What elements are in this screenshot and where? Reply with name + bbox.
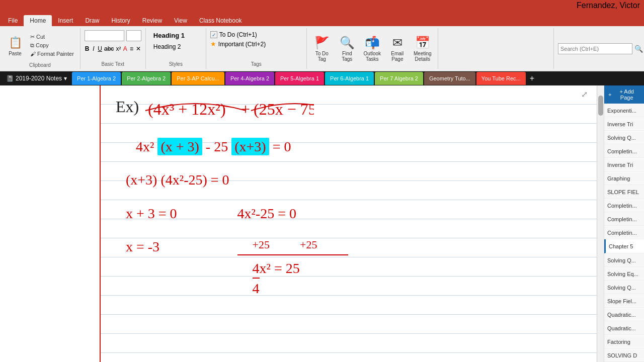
page-item-solving-q-1[interactable]: Solving Q... (604, 131, 644, 144)
tab-per4[interactable]: Per 4-Algebra 2 (225, 72, 274, 85)
page-item-completing-4[interactable]: Completin... (604, 226, 644, 239)
clear-format-button[interactable]: ✕ (135, 43, 141, 54)
math-plus25-right: +25 (300, 238, 317, 252)
math-two-column: x + 3 = 0 x = -3 4x²-25 = 0 +25 +25 4x² … (126, 205, 582, 298)
cut-button[interactable]: ✂ Cut (28, 33, 76, 41)
action-buttons-group: 🚩 To DoTag 🔍 FindTags 📬 OutlookTasks ✉ E… (307, 28, 438, 69)
add-page-button[interactable]: + + Add Page (604, 85, 644, 104)
italic-button[interactable]: I (91, 43, 97, 54)
page-item-slope-field-2[interactable]: Slope Fiel... (604, 294, 644, 308)
align-button[interactable]: ≡ (129, 43, 134, 54)
important-tag-row[interactable]: ★ Important (Ctrl+2) (210, 39, 302, 49)
copy-button[interactable]: ⧉ Copy (28, 42, 76, 49)
left-margin (0, 85, 101, 362)
tab-draw[interactable]: Draw (79, 15, 105, 26)
svg-text:(4x³ + 12x²): (4x³ + 12x²) (148, 100, 226, 118)
tab-history[interactable]: History (105, 15, 136, 26)
basic-text-group: B I U abc x² A ≡ ✕ Basic Text (80, 28, 146, 69)
heading1-style[interactable]: Heading 1 (150, 30, 202, 41)
page-item-solving-eq[interactable]: Solving Eq... (604, 267, 644, 281)
tab-yt[interactable]: You Tube Rec... (476, 72, 526, 85)
todo-tag-button[interactable]: 🚩 To DoTag (311, 36, 333, 62)
tab-per2[interactable]: Per 2-Algebra 2 (122, 72, 171, 85)
ribbon: 📋 Paste ✂ Cut ⧉ Copy 🖌 Format Painter Cl… (0, 26, 644, 71)
tab-per3[interactable]: Per 3-AP Calcu... (172, 72, 224, 85)
font-size-selector[interactable] (126, 30, 141, 41)
format-painter-button[interactable]: 🖌 Format Painter (28, 50, 76, 57)
notebook-bar: 📓 2019-2020 Notes ▾ Per 1-Algebra 2 Per … (0, 71, 644, 85)
math-plus25-left: +25 (253, 238, 270, 252)
math-line-x-equals: x = -3 (126, 238, 177, 256)
tab-review[interactable]: Review (136, 15, 168, 26)
tab-home[interactable]: Home (24, 15, 52, 26)
flag-icon: 🚩 (314, 36, 330, 50)
paste-button[interactable]: 📋 Paste (4, 30, 26, 60)
clipboard-content: 📋 Paste ✂ Cut ⧉ Copy 🖌 Format Painter (4, 29, 76, 61)
notebook-chevron-icon: ▾ (64, 75, 67, 82)
todo-checkbox[interactable]: ✓ (210, 31, 217, 38)
basic-text-label: Basic Text (85, 61, 141, 67)
page-item-slope-field-1[interactable]: SLOPE FIEL (604, 185, 644, 199)
notebook-home[interactable]: 📓 2019-2020 Notes ▾ (2, 75, 71, 82)
page-item-solving-d[interactable]: SOLVING D (604, 348, 644, 362)
page-item-completing-2[interactable]: Completin... (604, 199, 644, 212)
page-item-solving-q-2[interactable]: Solving Q... (604, 253, 644, 267)
todo-tag-row[interactable]: ✓ To Do (Ctrl+1) (210, 30, 302, 39)
strikethrough-button[interactable]: abc (104, 43, 114, 54)
math-factor2-highlight: (x+3) (231, 138, 269, 155)
meeting-details-button[interactable]: 📅 MeetingDetails (412, 36, 434, 62)
tab-insert[interactable]: Insert (52, 15, 79, 26)
content-area[interactable]: ⤢ Ex) (4x³ + 12x²) + (25x − 75) = 0 (101, 85, 597, 362)
outlook-icon: 📬 (365, 36, 380, 50)
tab-per5[interactable]: Per 5-Algebra 1 (275, 72, 324, 85)
scrollbar[interactable] (597, 85, 604, 362)
tab-per6[interactable]: Per 6-Algebra 1 (325, 72, 374, 85)
page-item-completing-1[interactable]: Completin... (604, 144, 644, 158)
page-item-quadratic-1[interactable]: Quadratic... (604, 308, 644, 321)
styles-label: Styles (150, 61, 202, 67)
page-item-quadratic-2[interactable]: Quadratic... (604, 321, 644, 335)
add-tab-button[interactable]: + (527, 74, 537, 83)
page-item-chapter5[interactable]: Chapter 5 (604, 239, 644, 253)
equation-line1-svg: (4x³ + 12x²) + (25x − 75) = 0 (143, 96, 314, 122)
font-color-button[interactable]: A (122, 43, 128, 54)
main-area: ⤢ Ex) (4x³ + 12x²) + (25x − 75) = 0 (0, 85, 644, 362)
tab-file[interactable]: File (2, 15, 24, 26)
bold-button[interactable]: B (85, 43, 90, 54)
page-item-graphing[interactable]: Graphing (604, 171, 644, 185)
tab-geo[interactable]: Geometry Tuto... (424, 72, 475, 85)
expand-icon[interactable]: ⤢ (581, 89, 588, 99)
outlook-tasks-button[interactable]: 📬 OutlookTasks (361, 36, 383, 62)
example-label: Ex) (116, 98, 139, 116)
tab-classnotebook[interactable]: Class Notebook (193, 15, 248, 26)
add-icon: + (608, 92, 611, 98)
tags-label: Tags (210, 61, 302, 67)
tab-per1[interactable]: Per 1-Algebra 2 (72, 72, 121, 85)
math-left-col: x + 3 = 0 x = -3 (126, 205, 177, 298)
font-selector[interactable] (85, 30, 124, 41)
page-item-inverse-tri-2[interactable]: Inverse Tri (604, 158, 644, 171)
find-tags-button[interactable]: 🔍 FindTags (336, 36, 358, 62)
scroll-thumb[interactable] (598, 96, 603, 116)
underline-button[interactable]: U (97, 43, 103, 54)
page-item-solving-q-3[interactable]: Solving Q... (604, 281, 644, 294)
superscript-button[interactable]: x² (115, 43, 121, 54)
math-right-col: 4x²-25 = 0 +25 +25 4x² = 25 4 (237, 205, 348, 298)
page-item-completing-3[interactable]: Completin... (604, 212, 644, 226)
math-denominator: 4 (253, 278, 260, 298)
search-input[interactable] (558, 43, 632, 54)
math-fraction-row: 4x² = 25 4 (237, 259, 348, 298)
tab-per7[interactable]: Per 7 Algebra 2 (375, 72, 423, 85)
email-page-button[interactable]: ✉ EmailPage (386, 36, 409, 62)
page-item-inverse-tri-1[interactable]: Inverse Tri (604, 117, 644, 131)
math-content: Ex) (4x³ + 12x²) + (25x − 75) = 0 4x² (116, 96, 582, 298)
tab-view[interactable]: View (168, 15, 193, 26)
heading2-style[interactable]: Heading 2 (150, 42, 202, 52)
page-item-factoring[interactable]: Factoring (604, 335, 644, 348)
star-icon: ★ (210, 40, 216, 48)
clipboard-group: 📋 Paste ✂ Cut ⧉ Copy 🖌 Format Painter Cl… (0, 28, 80, 69)
format-buttons-row: B I U abc x² A ≡ ✕ (85, 43, 141, 54)
search-icon[interactable]: 🔍 (634, 45, 643, 53)
page-item-exponentiation[interactable]: Exponenti... (604, 104, 644, 117)
notebook-icon: 📓 (6, 75, 14, 82)
